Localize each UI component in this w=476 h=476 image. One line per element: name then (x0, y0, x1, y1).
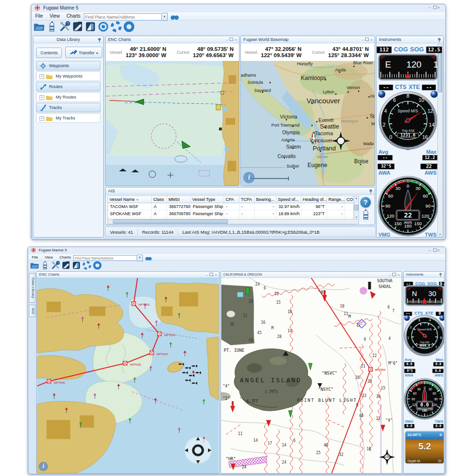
ais-column-header[interactable]: Vessel Type (191, 196, 224, 203)
ais-cell: 18.89 km/h (277, 210, 301, 218)
transfer-button[interactable]: Transfer ▼ (65, 47, 102, 58)
expand-icon[interactable]: + (40, 74, 44, 79)
binoculars-icon[interactable] (145, 256, 152, 261)
tws-value: 0.0 (433, 424, 444, 428)
open-folder-icon[interactable] (30, 261, 39, 272)
svg-text:120: 120 (412, 403, 417, 407)
basemap-panel-header[interactable]: Fugawi World Basemap –× (241, 36, 375, 43)
tab-ais[interactable]: AIS (29, 305, 36, 317)
sidebar-item-tracks[interactable]: Tracks (36, 103, 100, 112)
instruments-header[interactable]: Instruments (377, 36, 443, 43)
info-icon[interactable]: i (39, 462, 48, 471)
tools-icon[interactable] (51, 261, 60, 272)
california-panel-header[interactable]: CALIFORNIA & OREGON –× (221, 272, 402, 278)
contents-button[interactable]: Contents (36, 48, 62, 58)
man-overboard-icon[interactable] (110, 21, 122, 34)
help-icon[interactable]: ? (360, 197, 371, 208)
pin-icon[interactable] (98, 38, 101, 42)
enc-chart-view[interactable] (106, 61, 239, 186)
enc-panel-header[interactable]: ENC Charts –× (37, 272, 219, 278)
buoy-icon[interactable] (40, 261, 50, 272)
panel-controls[interactable]: –× (389, 273, 400, 277)
pin-icon[interactable] (369, 189, 373, 194)
panel-controls[interactable]: –× (206, 273, 217, 277)
chart-panel-icon[interactable] (72, 21, 83, 34)
ais-cell: Passenger Ship (191, 203, 224, 210)
ais-table-row[interactable]: TACOMA WSFA366772760Passenger Ship---32.… (108, 203, 354, 210)
center-vessel-icon[interactable] (98, 21, 109, 34)
ais-cell (345, 203, 354, 210)
table-scrollbar-vertical[interactable]: ▲▼ (354, 196, 359, 219)
man-overboard-icon[interactable] (82, 261, 91, 272)
window-controls[interactable]: –× (428, 5, 442, 10)
instruments-header[interactable]: Instruments (404, 272, 444, 278)
enc-panel-header[interactable]: ENC Charts –× (106, 36, 239, 43)
ais-column-header[interactable]: CPA (224, 196, 239, 203)
svg-text:E: E (385, 60, 391, 69)
ais-column-header[interactable]: TCPA (239, 196, 255, 203)
window-controls[interactable]: –× (428, 248, 442, 253)
pan-control[interactable] (184, 436, 212, 466)
tab-data-library[interactable]: Data Library (29, 273, 36, 303)
record-track-icon[interactable] (123, 21, 135, 34)
depth-scale-min: 0 (440, 433, 442, 437)
aws-label: AWS (435, 373, 443, 377)
tools-icon[interactable] (59, 21, 70, 34)
panel-controls[interactable]: –× (226, 38, 237, 42)
sidebar-item-my-tracks[interactable]: + My Tracks (36, 113, 100, 123)
dual-chart-icon[interactable] (72, 261, 81, 272)
open-folder-icon[interactable] (33, 21, 45, 34)
chart-panel-icon[interactable] (61, 261, 70, 272)
sidebar-item-routes[interactable]: Routes (36, 82, 100, 91)
menu-file[interactable]: File (32, 12, 46, 19)
title-bar[interactable]: Fugawi Marine 5 –× (31, 4, 446, 12)
main-content: Data Library AIS ENC Charts –× (29, 271, 445, 473)
menu-view[interactable]: View (41, 254, 56, 259)
ais-column-header[interactable]: Vessel Name ▼ (108, 196, 152, 203)
title-bar[interactable]: Fugawi Marine 5 –× (28, 247, 446, 254)
expand-icon[interactable]: + (40, 95, 44, 100)
ais-cell: - (255, 210, 277, 218)
chevron-down-icon[interactable]: ▼ (162, 13, 168, 21)
coordinate-bar: Vessel 47° 32.2056' N122° 09.5439' W Cur… (241, 43, 375, 61)
ais-column-header[interactable]: Class (152, 196, 167, 203)
tws-label: TWS (435, 419, 443, 424)
app-icon (35, 5, 40, 10)
menu-view[interactable]: View (46, 12, 63, 19)
ais-column-header[interactable]: Speed of... (277, 196, 301, 203)
ais-column-header[interactable]: MMSI (167, 196, 191, 203)
depth-temp-instrument: 22.00°C0 5.2 Depth M20 (405, 431, 445, 464)
info-icon[interactable]: i (243, 172, 255, 183)
sidebar-item-my-waypoints[interactable]: + My Waypoints (36, 71, 100, 81)
pin-icon[interactable] (437, 38, 441, 42)
enc-chart-view[interactable]: WPT002WPT003WPT004WPT005WPT006 i (37, 278, 219, 473)
table-scrollbar-horizontal[interactable] (108, 219, 359, 224)
sidebar-item-my-routes[interactable]: + My Routes (36, 92, 100, 102)
avg-label: Avg (378, 149, 388, 155)
buoy-icon[interactable] (362, 209, 369, 220)
dual-chart-icon[interactable] (85, 21, 96, 34)
ais-header[interactable]: AIS (106, 188, 375, 195)
ais-column-header[interactable]: Heading of... (301, 196, 327, 203)
menu-charts[interactable]: Charts (56, 254, 74, 259)
binoculars-icon[interactable] (170, 14, 179, 20)
buoy-icon[interactable] (46, 21, 58, 34)
ais-column-header[interactable]: Bearing... (255, 196, 277, 203)
menu-charts[interactable]: Charts (63, 12, 84, 19)
panel-controls[interactable]: –× (362, 38, 373, 42)
sidebar-item-waypoints[interactable]: Waypoints (36, 61, 100, 70)
california-chart-view[interactable]: SOUTHASHOAL"8"MPT. IONE"NSVC""NSYC"POINT… (221, 278, 402, 473)
record-track-icon[interactable] (93, 261, 102, 272)
ais-column-header[interactable]: CO (345, 196, 354, 203)
transfer-arrow-icon (69, 50, 78, 55)
basemap-view[interactable]: i HorseflyBlue RiverAvolaKamloopsadhamsS… (241, 61, 375, 186)
expand-icon[interactable]: + (40, 116, 44, 121)
pin-icon[interactable] (439, 273, 442, 277)
ais-table-row[interactable]: SPOKANE WSFA366709780Passenger Ship---18… (108, 210, 354, 218)
menu-file[interactable]: File (29, 254, 41, 259)
search-input[interactable] (84, 13, 162, 20)
ais-column-header[interactable]: Range... (327, 196, 345, 203)
data-library-header[interactable]: Data Library (33, 36, 103, 43)
minimize-icon: – (362, 38, 364, 42)
minimize-icon: – (428, 248, 433, 253)
